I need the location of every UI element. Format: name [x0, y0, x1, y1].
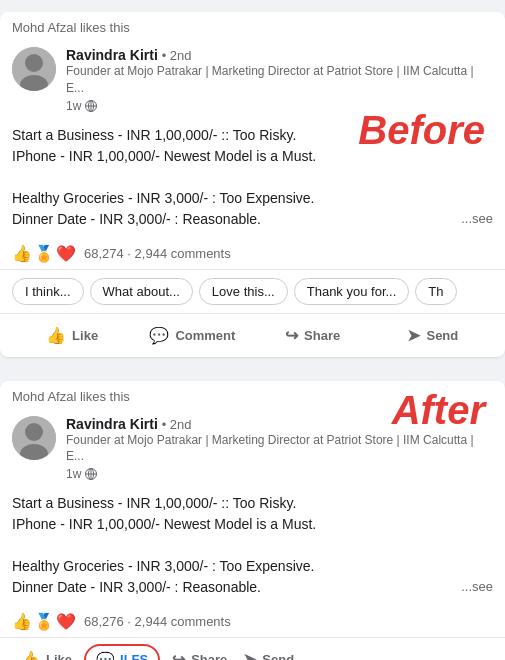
before-label: Before — [358, 108, 485, 153]
pill-th[interactable]: Th — [415, 278, 456, 305]
after-label: After — [392, 388, 485, 433]
send-label-after: Send — [262, 652, 294, 660]
like-label-after: Like — [46, 652, 72, 660]
share-label-before: Share — [304, 328, 340, 343]
heart-emoji-after: ❤️ — [56, 612, 76, 631]
suggestion-pills-before: I think... What about... Love this... Th… — [0, 270, 505, 314]
avatar-after — [12, 416, 56, 460]
see-more-after[interactable]: ...see — [461, 577, 493, 598]
avatar-before — [12, 47, 56, 91]
send-icon-after: ➤ — [243, 650, 256, 660]
likes-text-after: Mohd Afzal likes this — [12, 389, 130, 404]
send-button-before[interactable]: ➤ Send — [373, 318, 493, 353]
like-label-before: Like — [72, 328, 98, 343]
send-button-after[interactable]: ➤ Send — [235, 642, 302, 660]
pill-whatabout[interactable]: What about... — [90, 278, 193, 305]
clap-emoji-before: 🏅 — [34, 244, 54, 263]
like-emoji-after: 👍 — [12, 612, 32, 631]
clap-emoji-after: 🏅 — [34, 612, 54, 631]
likes-bar-before: Mohd Afzal likes this — [0, 12, 505, 39]
action-bar-after: 👍 Like 💬 ILFS ↪ Share ➤ Send — [0, 638, 505, 660]
share-button-before[interactable]: ↪ Share — [253, 318, 373, 353]
like-icon-after: 👍 — [20, 650, 40, 660]
author-before: Ravindra Kirti — [66, 47, 158, 63]
reaction-icons-before: 👍 🏅 ❤️ — [12, 244, 76, 263]
globe-icon-after — [85, 468, 97, 480]
comment-button-before[interactable]: 💬 Comment — [132, 318, 252, 353]
content-line5-after: Dinner Date - INR 3,000/- : Reasonable. — [12, 577, 261, 598]
reaction-icons-after: 👍 🏅 ❤️ — [12, 612, 76, 631]
like-emoji-before: 👍 — [12, 244, 32, 263]
like-button-after[interactable]: 👍 Like — [12, 642, 80, 660]
action-bar-before: 👍 Like 💬 Comment ↪ Share ➤ Send — [0, 314, 505, 357]
see-more-before[interactable]: ...see — [461, 209, 493, 230]
degree-before: • 2nd — [162, 48, 192, 63]
subtitle-before: Founder at Mojo Patrakar | Marketing Dir… — [66, 63, 493, 97]
svg-point-8 — [25, 423, 43, 441]
reaction-count-before: 68,274 · 2,944 comments — [84, 246, 231, 261]
content-line1-after: Start a Business - INR 1,00,000/- :: Too… — [12, 493, 493, 514]
share-button-after[interactable]: ↪ Share — [164, 642, 235, 660]
post-meta-before: Ravindra Kirti • 2nd Founder at Mojo Pat… — [66, 47, 493, 113]
heart-emoji-before: ❤️ — [56, 244, 76, 263]
reactions-bar-before: 👍 🏅 ❤️ 68,274 · 2,944 comments — [0, 238, 505, 270]
share-icon-after: ↪ — [172, 650, 185, 660]
send-icon-before: ➤ — [407, 326, 420, 345]
pill-ithink[interactable]: I think... — [12, 278, 84, 305]
content-line5-before: Dinner Date - INR 3,000/- : Reasonable. — [12, 209, 261, 230]
pill-thankyoufor[interactable]: Thank you for... — [294, 278, 410, 305]
before-card: Mohd Afzal likes this Ravindra Kirti • 2… — [0, 12, 505, 357]
content-line2-after: IPhone - INR 1,00,000/- Newest Model is … — [12, 514, 493, 535]
time-after: 1w — [66, 467, 493, 481]
comment-ilfs-button[interactable]: 💬 ILFS — [84, 644, 160, 660]
subtitle-after: Founder at Mojo Patrakar | Marketing Dir… — [66, 432, 493, 466]
content-line4-before: Healthy Groceries - INR 3,000/- : Too Ex… — [12, 188, 493, 209]
ilfs-label: ILFS — [120, 652, 148, 660]
comment-icon-after: 💬 — [96, 651, 115, 660]
post-content-after: Start a Business - INR 1,00,000/- :: Too… — [0, 489, 505, 606]
like-button-before[interactable]: 👍 Like — [12, 318, 132, 353]
share-icon-before: ↪ — [285, 326, 298, 345]
content-line4-after: Healthy Groceries - INR 3,000/- : Too Ex… — [12, 556, 493, 577]
divider — [0, 365, 505, 373]
globe-icon-before — [85, 100, 97, 112]
likes-text-before: Mohd Afzal likes this — [12, 20, 130, 35]
degree-after: • 2nd — [162, 417, 192, 432]
reaction-count-after: 68,276 · 2,944 comments — [84, 614, 231, 629]
send-label-before: Send — [426, 328, 458, 343]
author-after: Ravindra Kirti — [66, 416, 158, 432]
comment-ilfs-container[interactable]: 💬 ILFS — [84, 644, 160, 660]
comment-label-before: Comment — [175, 328, 235, 343]
share-label-after: Share — [191, 652, 227, 660]
comment-icon-before: 💬 — [149, 326, 169, 345]
like-icon-before: 👍 — [46, 326, 66, 345]
pill-lovethis[interactable]: Love this... — [199, 278, 288, 305]
svg-point-1 — [25, 54, 43, 72]
reactions-bar-after: 👍 🏅 ❤️ 68,276 · 2,944 comments — [0, 606, 505, 638]
